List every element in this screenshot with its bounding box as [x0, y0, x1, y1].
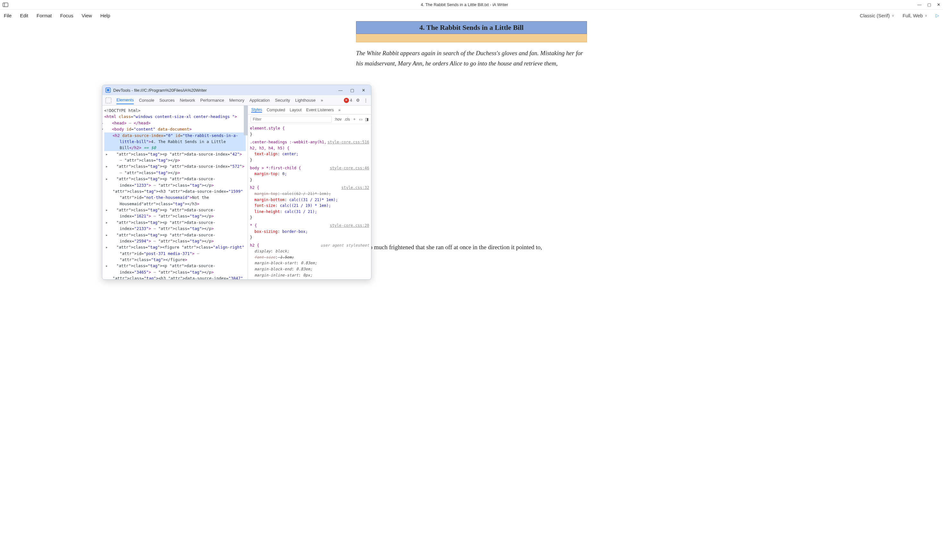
heading-highlight	[356, 34, 587, 42]
svg-rect-0	[3, 3, 8, 7]
devtools-maximize[interactable]: ▢	[348, 86, 357, 94]
rule-source-link[interactable]: style-core.css:516	[328, 139, 369, 145]
close-button[interactable]: ✕	[937, 2, 940, 7]
tab-sources[interactable]: Sources	[159, 97, 175, 104]
settings-icon[interactable]: ⚙	[356, 98, 360, 103]
minimize-button[interactable]: —	[917, 2, 921, 7]
dom-node[interactable]: "attr">class="tag"><p "attr">data-source…	[104, 151, 246, 163]
style-dropdown[interactable]: Classic (Serif) ∨	[860, 13, 894, 18]
menu-edit[interactable]: Edit	[20, 13, 28, 18]
styles-filter-input[interactable]	[251, 116, 332, 123]
app-window: 4. The Rabbit Sends in a Little Bill.txt…	[0, 0, 943, 560]
dom-node[interactable]: "attr">class="tag"><figure "attr">class=…	[104, 244, 246, 263]
dom-node[interactable]: <!DOCTYPE html>	[104, 108, 246, 114]
devtools-tabbar: Elements Console Sources Network Perform…	[102, 95, 371, 106]
tab-more[interactable]: »	[321, 97, 323, 104]
dom-node[interactable]: "attr">class="tag"><p "attr">data-source…	[104, 219, 246, 232]
computed-toggle-icon[interactable]: ▭	[359, 117, 362, 122]
document-area: 4. The Rabbit Sends in a Little Bill The…	[0, 21, 943, 560]
tab-elements[interactable]: Elements	[117, 96, 134, 104]
kebab-icon[interactable]: ⋮	[364, 98, 368, 103]
document-body-text: was so much frightened that she ran off …	[356, 242, 587, 252]
play-icon[interactable]: ▷	[935, 13, 939, 18]
devtools-titlebar[interactable]: DevTools - file:///C:/Program%20Files/iA…	[102, 85, 371, 95]
tab-performance[interactable]: Performance	[200, 97, 224, 104]
menu-focus[interactable]: Focus	[60, 13, 74, 18]
devtools-window: DevTools - file:///C:/Program%20Files/iA…	[102, 85, 371, 280]
dom-node[interactable]: "attr">class="tag"><h3 "attr">data-sourc…	[104, 188, 246, 207]
chevron-down-icon: ∨	[892, 14, 894, 18]
new-rule-icon[interactable]: ＋	[352, 117, 356, 122]
styles-tab-styles[interactable]: Styles	[251, 108, 262, 112]
dom-node[interactable]: "attr">class="tag"><p "attr">data-source…	[104, 163, 246, 176]
sidebar-toggle-icon[interactable]	[3, 3, 8, 7]
tab-security[interactable]: Security	[275, 97, 290, 104]
dom-node[interactable]: "attr">class="tag"><p "attr">data-source…	[104, 207, 246, 219]
dom-node[interactable]: "attr">class="tag"><p "attr">data-source…	[104, 176, 246, 188]
chevron-down-icon: ∨	[925, 14, 927, 18]
dom-node[interactable]: "attr">class="tag"><p "attr">data-source…	[104, 232, 246, 245]
titlebar: 4. The Rabbit Sends in a Little Bill.txt…	[0, 0, 943, 9]
menu-format[interactable]: Format	[37, 13, 52, 18]
styles-tab-more[interactable]: »	[338, 108, 341, 112]
rule-source-link[interactable]: style-core.css:46	[330, 165, 369, 171]
menu-help[interactable]: Help	[100, 13, 110, 18]
devtools-icon	[106, 88, 111, 93]
error-badge[interactable]: ✕4	[344, 98, 352, 103]
dom-node[interactable]: "attr">class="tag"><h3 "attr">data-sourc…	[104, 275, 246, 279]
hov-toggle[interactable]: :hov	[334, 117, 342, 122]
devtools-title: DevTools - file:///C:/Program%20Files/iA…	[113, 88, 207, 93]
tab-console[interactable]: Console	[139, 97, 154, 104]
menu-file[interactable]: File	[4, 13, 12, 18]
styles-pane: Styles Computed Layout Event Listeners »…	[248, 106, 371, 279]
rule-source-link[interactable]: style-core.css:20	[330, 223, 369, 229]
side-pane-icon[interactable]: ◨	[365, 117, 369, 122]
dom-node[interactable]: <body id="content" data-document>	[104, 126, 246, 132]
styles-tab-events[interactable]: Event Listeners	[306, 108, 334, 112]
tab-network[interactable]: Network	[180, 97, 195, 104]
document-heading: 4. The Rabbit Sends in a Little Bill	[356, 21, 587, 34]
styles-rules[interactable]: element.style {}style-core.css:516.cente…	[248, 124, 371, 279]
tab-memory[interactable]: Memory	[229, 97, 245, 104]
dom-node-selected[interactable]: <h2 data-source-index="0" id="the-rabbit…	[104, 132, 246, 151]
cls-toggle[interactable]: .cls	[344, 117, 350, 122]
dom-node[interactable]: "attr">class="tag"><p "attr">data-source…	[104, 263, 246, 275]
devtools-minimize[interactable]: —	[336, 86, 345, 94]
maximize-button[interactable]: ▢	[927, 2, 931, 7]
devtools-close[interactable]: ✕	[359, 86, 368, 94]
dom-node[interactable]: <html class="windows content-size-xl cen…	[104, 114, 246, 120]
menubar: File Edit Format Focus View Help Classic…	[0, 9, 943, 21]
styles-tab-layout[interactable]: Layout	[290, 108, 302, 112]
document-lead: The White Rabbit appears again in search…	[356, 48, 587, 69]
tab-application[interactable]: Application	[249, 97, 270, 104]
tab-lighthouse[interactable]: Lighthouse	[295, 97, 315, 104]
layout-dropdown[interactable]: Full, Web ∨	[903, 13, 927, 18]
dom-node[interactable]: <head> ⋯ </head>	[104, 120, 246, 126]
dom-tree[interactable]: <!DOCTYPE html> <html class="windows con…	[102, 106, 248, 279]
inspect-element-icon[interactable]	[106, 97, 111, 103]
styles-tab-computed[interactable]: Computed	[266, 108, 285, 112]
window-controls: — ▢ ✕	[917, 2, 940, 7]
window-title: 4. The Rabbit Sends in a Little Bill.txt…	[12, 2, 917, 7]
rule-source-link[interactable]: style.css:32	[341, 185, 369, 191]
menu-view[interactable]: View	[82, 13, 92, 18]
